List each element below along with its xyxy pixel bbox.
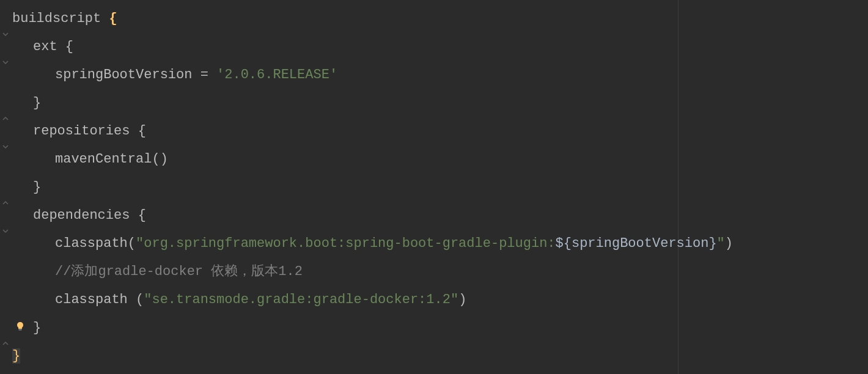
brace-open: {: [109, 11, 117, 26]
comment: //添加gradle-docker 依赖，版本1.2: [55, 264, 303, 279]
brace-open: {: [65, 39, 73, 54]
svg-rect-0: [19, 329, 22, 331]
code-content: classpath ("se.transmode.gradle:gradle-d…: [11, 289, 466, 310]
code-line[interactable]: springBootVersion = '2.0.6.RELEASE': [11, 61, 868, 89]
string-literal: "org.springframework.boot:spring-boot-gr…: [136, 236, 556, 251]
fold-end-icon[interactable]: [1, 339, 10, 348]
code-editor[interactable]: buildscript { ext { springBootVersion = …: [0, 0, 868, 374]
code-content: springBootVersion = '2.0.6.RELEASE': [11, 64, 337, 86]
paren-close: ): [458, 292, 466, 307]
brace-open: {: [138, 123, 146, 139]
function-call: classpath(: [55, 236, 136, 251]
code-line[interactable]: }: [11, 174, 868, 202]
code-line[interactable]: dependencies {: [11, 202, 868, 230]
function-call: classpath (: [55, 292, 144, 307]
code-line[interactable]: }: [11, 342, 868, 370]
string-literal: ": [717, 236, 725, 251]
code-line[interactable]: }: [11, 89, 868, 117]
code-line[interactable]: //添加gradle-docker 依赖，版本1.2: [11, 258, 868, 286]
variable: springBootVersion: [55, 67, 192, 82]
operator: =: [192, 67, 216, 82]
fold-icon[interactable]: [1, 227, 10, 235]
function-call: mavenCentral(): [55, 152, 168, 167]
code-line[interactable]: buildscript {: [11, 5, 868, 33]
string-literal: "se.transmode.gradle:gradle-docker:1.2": [144, 292, 458, 307]
code-line[interactable]: ext {: [11, 33, 868, 61]
code-line[interactable]: mavenCentral(): [11, 145, 868, 174]
brace-open: {: [138, 208, 146, 223]
code-line[interactable]: classpath("org.springframework.boot:spri…: [11, 230, 868, 258]
fold-icon[interactable]: [1, 58, 10, 67]
template-variable: ${springBootVersion}: [556, 236, 717, 251]
fold-icon[interactable]: [1, 142, 10, 151]
fold-icon[interactable]: [1, 30, 10, 38]
string-literal: '2.0.6.RELEASE': [216, 67, 337, 82]
code-line[interactable]: }: [11, 314, 868, 342]
fold-end-icon[interactable]: [1, 114, 10, 123]
intention-bulb-icon[interactable]: [15, 318, 27, 330]
fold-end-icon[interactable]: [1, 199, 10, 207]
code-line[interactable]: repositories {: [11, 117, 868, 145]
paren-close: ): [725, 236, 733, 251]
code-content: //添加gradle-docker 依赖，版本1.2: [11, 261, 303, 282]
code-content: classpath("org.springframework.boot:spri…: [11, 233, 733, 254]
code-line[interactable]: classpath ("se.transmode.gradle:gradle-d…: [11, 286, 868, 314]
